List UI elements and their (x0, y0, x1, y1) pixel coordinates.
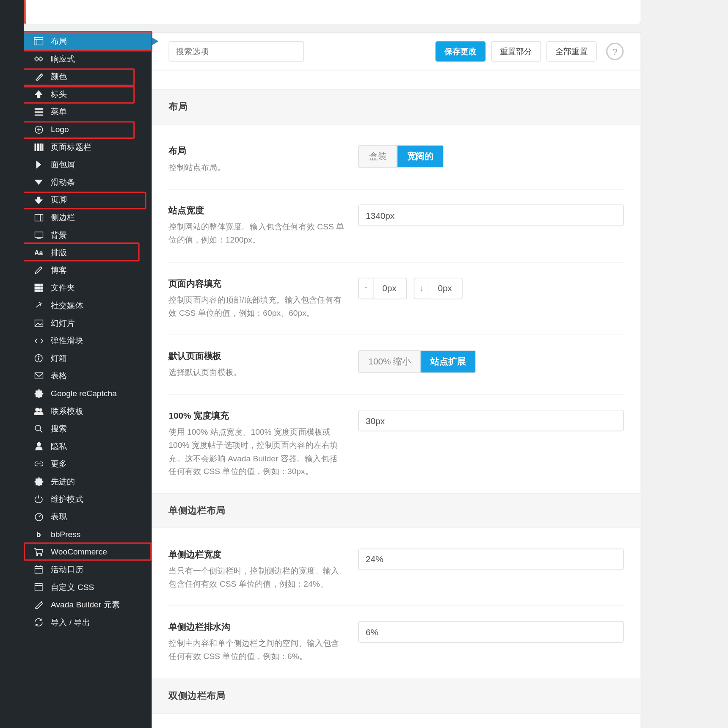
svg-rect-17 (35, 284, 37, 286)
sidebar-item-maintenance[interactable]: 维护模式 (24, 490, 152, 508)
sidebar-item-contact[interactable]: 联系模板 (24, 402, 152, 420)
hundred-padding-input[interactable] (358, 410, 623, 431)
sidebar-item-builder-elements[interactable]: Avada Builder 元素 (24, 596, 152, 614)
template-site-option[interactable]: 站点扩展 (420, 351, 475, 372)
arrow-down-icon (33, 194, 44, 205)
sidebar-item-label: 自定义 CSS (51, 582, 94, 593)
padding-top-input[interactable]: ↑ (358, 277, 407, 299)
sidebar-item-label: bbPress (51, 529, 80, 539)
sidebar-item-lightbox[interactable]: 灯箱 (24, 350, 152, 367)
sidebar-item-label: 维护模式 (51, 494, 83, 505)
single-sidebar-gutter-input[interactable] (358, 621, 623, 643)
sidebar-item-footer[interactable]: 页脚 (24, 191, 152, 209)
section-header-layout: 布局 (152, 89, 640, 124)
refresh-icon (33, 617, 44, 628)
sidebar-item-label: 面包屑 (51, 159, 75, 170)
sidebar-item-label: 表格 (51, 370, 67, 381)
sidebar-item-header[interactable]: 标头 (24, 85, 152, 103)
svg-line-34 (40, 430, 42, 433)
image-icon (33, 317, 44, 328)
sidebar-item-search[interactable]: 搜索 (24, 420, 152, 438)
sidebar-item-logo[interactable]: Logo (24, 121, 152, 138)
svg-rect-10 (37, 143, 38, 151)
screen-icon (33, 229, 44, 240)
sidebar-item-label: 更多 (51, 458, 67, 469)
sidebar-item-typography[interactable]: Aa 排版 (24, 244, 152, 262)
save-button[interactable]: 保存更改 (436, 41, 485, 62)
gauge-icon (33, 511, 44, 522)
column-icon (33, 212, 44, 223)
sidebar-item-performance[interactable]: 表现 (24, 508, 152, 526)
search-options-input[interactable] (168, 41, 304, 62)
mail-icon (33, 370, 44, 381)
svg-rect-12 (42, 143, 43, 151)
sidebar-item-menu[interactable]: 菜单 (24, 103, 152, 121)
field-label: 布局 (168, 145, 345, 157)
svg-rect-21 (38, 287, 40, 289)
sidebar-item-label: 侧边栏 (51, 212, 75, 223)
svg-rect-20 (35, 287, 37, 289)
sidebar-item-extra[interactable]: 更多 (24, 455, 152, 473)
layout-boxed-option[interactable]: 盒装 (359, 146, 397, 167)
field-label: 站点宽度 (168, 205, 345, 217)
svg-rect-23 (35, 290, 37, 292)
menu-icon (33, 106, 44, 117)
svg-rect-15 (35, 232, 43, 237)
sidebar-item-forms[interactable]: 表格 (24, 367, 152, 385)
sidebar-item-label: 活动日历 (51, 564, 83, 575)
search-icon (33, 423, 44, 434)
single-sidebar-width-input[interactable] (358, 549, 623, 570)
sidebar-item-label: WooCommerce (51, 547, 107, 557)
svg-rect-9 (34, 143, 36, 151)
site-width-input[interactable] (358, 205, 623, 226)
field-label: 默认页面模板 (168, 350, 345, 362)
sidebar-item-responsive[interactable]: 响应式 (24, 50, 152, 68)
sidebar-item-privacy[interactable]: 隐私 (24, 438, 152, 455)
sidebar-item-label: 导入 / 导出 (51, 617, 90, 628)
toolbar: 保存更改 重置部分 全部重置 ? (152, 33, 640, 70)
field-desc: 当只有一个侧边栏时，控制侧边栏的宽度。输入包含任何有效 CSS 单位的值，例如：… (168, 565, 345, 590)
sidebar-item-slideshow[interactable]: 幻灯片 (24, 314, 152, 332)
sidebar-item-woocommerce[interactable]: WooCommerce (24, 543, 152, 561)
padding-bottom-input[interactable]: ↓ (414, 277, 463, 299)
sidebar-item-label: 菜单 (51, 106, 67, 117)
layout-wide-option[interactable]: 宽阔的 (397, 146, 443, 167)
sidebar-item-label: 社交媒体 (51, 300, 83, 311)
sidebar-item-import-export[interactable]: 导入 / 导出 (24, 614, 152, 631)
sidebar-item-breadcrumb[interactable]: 面包屑 (24, 156, 152, 174)
sidebar-item-social[interactable]: 社交媒体 (24, 297, 152, 314)
padding-bottom-value[interactable] (429, 278, 461, 298)
edit-icon (33, 265, 44, 276)
svg-rect-26 (35, 320, 43, 326)
sidebar-item-colors[interactable]: 颜色 (24, 68, 152, 85)
sidebar-item-background[interactable]: 背景 (24, 226, 152, 244)
bars-icon (33, 141, 44, 152)
sidebar-item-sidebars[interactable]: 侧边栏 (24, 209, 152, 226)
sidebar-item-elastic-slider[interactable]: 弹性滑块 (24, 332, 152, 350)
sidebar-item-page-title-bar[interactable]: 页面标题栏 (24, 138, 152, 156)
sidebar-item-recaptcha[interactable]: Google reCaptcha (24, 385, 152, 403)
sidebar-item-custom-css[interactable]: 自定义 CSS (24, 578, 152, 596)
sidebar-item-label: Avada Builder 元素 (51, 599, 120, 610)
sidebar-item-portfolio[interactable]: 文件夹 (24, 279, 152, 297)
elements-icon (33, 599, 44, 610)
template-100-option[interactable]: 100% 缩小 (359, 351, 420, 372)
field-label: 单侧边栏排水沟 (168, 621, 345, 634)
reset-section-button[interactable]: 重置部分 (491, 41, 541, 62)
sidebar-item-sliding-bar[interactable]: 滑动条 (24, 174, 152, 191)
svg-point-33 (35, 425, 41, 431)
svg-rect-40 (35, 566, 42, 573)
sidebar-item-bbpress[interactable]: b bbPress (24, 526, 152, 543)
svg-rect-13 (35, 214, 43, 221)
padding-top-value[interactable] (374, 278, 405, 298)
sidebar-item-layout[interactable]: 布局 (24, 33, 152, 50)
svg-point-28 (38, 356, 39, 357)
sidebar-item-advanced[interactable]: 先进的 (24, 473, 152, 491)
sidebar-item-label: 背景 (51, 229, 67, 241)
help-icon[interactable]: ? (606, 43, 624, 61)
reset-all-button[interactable]: 全部重置 (546, 41, 596, 62)
sidebar-item-events-calendar[interactable]: 活动日历 (24, 561, 152, 579)
sidebar-item-blog[interactable]: 博客 (24, 262, 152, 279)
field-label: 页面内容填充 (168, 277, 345, 290)
svg-point-38 (36, 554, 38, 556)
